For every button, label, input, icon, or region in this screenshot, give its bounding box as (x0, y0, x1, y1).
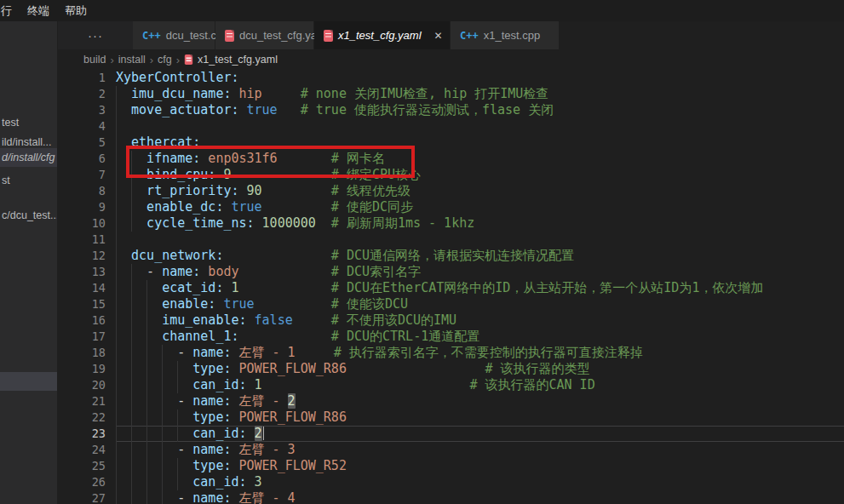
sidebar-item[interactable] (0, 372, 57, 391)
editor-group: ··· C++dcu_test.cppdcu_test_cfg.yamlx1_t… (58, 21, 844, 504)
code-line-text: type: POWER_FLOW_R52 (106, 458, 347, 474)
breadcrumb-separator: › (150, 54, 153, 66)
yaml-comment: # DCU的CTRL-1通道配置 (239, 329, 480, 344)
line-number: 24 (58, 442, 106, 458)
line-number: 7 (58, 167, 106, 183)
code-line[interactable]: 15 enable: true # 使能该DCU (58, 296, 844, 312)
tab-x1_test.cpp[interactable]: C++x1_test.cpp (451, 21, 560, 49)
code-line[interactable]: 10 cycle_time_ns: 1000000 # 刷新周期1ms - 1k… (58, 215, 844, 232)
sidebar-item[interactable]: st (0, 171, 57, 190)
code-line[interactable]: 24 - name: 左臂 - 3 (58, 442, 844, 458)
yaml-token: body (200, 264, 238, 279)
yaml-token: imu_enable: (116, 312, 247, 328)
menu-item-终端[interactable]: 终端 (20, 0, 57, 21)
code-line-text: can_id: 3 (106, 474, 262, 490)
breadcrumb-item-install[interactable]: install (118, 54, 146, 66)
code-line-text: can_id: 1 # 该执行器的CAN ID (106, 377, 595, 393)
code-line[interactable]: 2 imu_dcu_name: hip # none 关闭IMU检查, hip … (58, 86, 844, 102)
code-line[interactable]: 23 can_id: 2 (58, 426, 844, 442)
yaml-token: 2 (288, 393, 296, 409)
yaml-token: 90 (239, 183, 262, 198)
tab-overflow-button[interactable]: ··· (58, 21, 133, 49)
yaml-comment: # DCU在EtherCAT网络中的ID，从主站开始，第一个从站ID为1，依次增… (239, 280, 764, 295)
line-number: 5 (58, 135, 106, 151)
menu-item-行[interactable]: 行 (0, 0, 20, 21)
code-editor[interactable]: 1XyberController:2 imu_dcu_name: hip # n… (58, 70, 844, 504)
yaml-token: - (116, 442, 192, 457)
code-line[interactable]: 8 rt_priority: 90 # 线程优先级 (58, 183, 844, 199)
line-number: 4 (58, 118, 106, 135)
yaml-file-icon (185, 54, 192, 65)
sidebar-item[interactable]: d/install/cfg (0, 148, 57, 167)
code-line-text: - name: 左臂 - 3 (106, 442, 296, 458)
yaml-token: ifname: (116, 151, 200, 166)
yaml-token: type: (116, 410, 231, 425)
code-line[interactable]: 12 dcu_network: # DCU通信网络，请根据实机连接情况配置 (58, 248, 844, 264)
yaml-token: move_actuator: (116, 102, 239, 117)
code-line[interactable]: 6 ifname: enp0s31f6 # 网卡名 (58, 151, 844, 167)
yaml-comment: # 执行器索引名字，不需要控制的执行器可直接注释掉 (296, 345, 643, 360)
code-line[interactable]: 4 (58, 118, 844, 135)
line-number: 9 (58, 199, 106, 215)
code-line-text: - name: body # DCU索引名字 (106, 264, 421, 280)
tab-dcu_test.cpp[interactable]: C++dcu_test.cpp (133, 21, 215, 49)
code-line[interactable]: 20 can_id: 1 # 该执行器的CAN ID (58, 377, 844, 393)
yaml-token: - (116, 490, 192, 504)
code-line[interactable]: 19 type: POWER_FLOW_R86 # 该执行器的类型 (58, 361, 844, 377)
sidebar-item[interactable]: test (0, 113, 57, 132)
tab-x1_test_cfg.yaml[interactable]: x1_test_cfg.yaml✕ (314, 21, 451, 49)
code-line[interactable]: 9 enable_dc: true # 使能DC同步 (58, 199, 844, 215)
code-line[interactable]: 14 ecat_id: 1 # DCU在EtherCAT网络中的ID，从主站开始… (58, 280, 844, 296)
yaml-file-icon (225, 30, 234, 42)
yaml-token: imu_dcu_name: (116, 86, 231, 101)
code-line-text: ecat_id: 1 # DCU在EtherCAT网络中的ID，从主站开始，第一… (106, 280, 763, 296)
sidebar-item[interactable]: c/dcu_test... (0, 206, 57, 225)
close-tab-icon[interactable]: ✕ (432, 29, 445, 43)
yaml-token: enp0s31f6 (200, 151, 277, 166)
code-line-text: type: POWER_FLOW_R86 (106, 410, 347, 426)
yaml-comment: # 该执行器的类型 (347, 361, 590, 376)
breadcrumb-separator: › (110, 54, 113, 66)
yaml-comment: # none 关闭IMU检查, hip 打开IMU检查 (262, 86, 549, 101)
code-line[interactable]: 25 type: POWER_FLOW_R52 (58, 458, 844, 474)
code-line[interactable]: 3 move_actuator: true # true 使能执行器运动测试，f… (58, 102, 844, 118)
code-line[interactable]: 21 - name: 左臂 - 2 (58, 393, 844, 410)
code-line[interactable]: 17 channel_1: # DCU的CTRL-1通道配置 (58, 329, 844, 345)
code-line[interactable]: 13 - name: body # DCU索引名字 (58, 264, 844, 280)
code-line-text: type: POWER_FLOW_R86 # 该执行器的类型 (106, 361, 590, 377)
yaml-token: 1 (247, 377, 262, 392)
menu-bar: 行终端帮助 (0, 0, 844, 21)
breadcrumb-item-build[interactable]: build (83, 54, 106, 66)
yaml-token: can_id: (116, 474, 247, 490)
cpp-file-icon: C++ (460, 30, 479, 42)
code-line[interactable]: 5 ethercat: (58, 135, 844, 151)
yaml-token: rt_priority: (116, 183, 239, 198)
code-line[interactable]: 22 type: POWER_FLOW_R86 (58, 410, 844, 426)
code-line[interactable]: 27 - name: 左臂 - 4 (58, 490, 844, 504)
yaml-token: channel_1: (116, 329, 239, 344)
code-line[interactable]: 18 - name: 左臂 - 1 # 执行器索引名字，不需要控制的执行器可直接… (58, 345, 844, 361)
yaml-comment: # 绑定CPU核心 (231, 167, 421, 182)
yaml-token: - (116, 345, 192, 360)
code-line[interactable]: 7 bind_cpu: 9 # 绑定CPU核心 (58, 167, 844, 183)
yaml-token: can_id: (116, 377, 247, 392)
line-number: 15 (58, 296, 106, 312)
line-number: 11 (58, 232, 106, 248)
yaml-token: true (239, 102, 278, 117)
tab-dcu_test_cfg.yaml[interactable]: dcu_test_cfg.yaml (215, 21, 314, 49)
code-line-text: move_actuator: true # true 使能执行器运动测试，fla… (106, 102, 554, 118)
code-line[interactable]: 1XyberController: (58, 70, 844, 86)
code-line-text: enable: true # 使能该DCU (106, 296, 408, 312)
breadcrumb-file[interactable]: x1_test_cfg.yaml (184, 54, 278, 66)
code-line[interactable]: 11 (58, 232, 844, 248)
yaml-token: bind_cpu: (116, 167, 215, 182)
code-line-text: enable_dc: true # 使能DC同步 (106, 199, 413, 215)
breadcrumb-separator: › (176, 54, 180, 66)
code-line-text: - name: 左臂 - 4 (106, 490, 296, 504)
line-number: 13 (58, 264, 106, 280)
menu-item-帮助[interactable]: 帮助 (57, 0, 95, 21)
code-line[interactable]: 26 can_id: 3 (58, 474, 844, 490)
breadcrumb-item-cfg[interactable]: cfg (158, 54, 172, 66)
yaml-comment: # DCU索引名字 (239, 264, 422, 279)
code-line[interactable]: 16 imu_enable: false # 不使用该DCU的IMU (58, 312, 844, 329)
